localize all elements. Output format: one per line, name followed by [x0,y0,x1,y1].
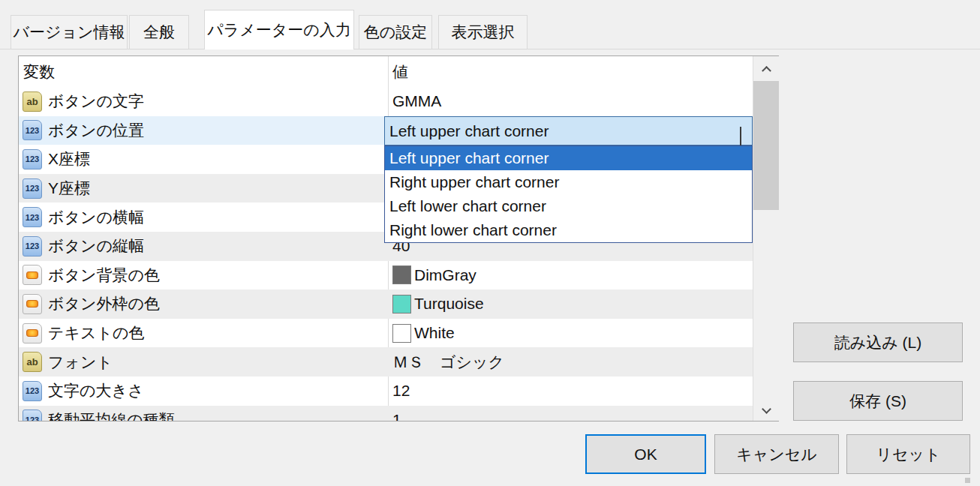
number-param-icon: 123 [23,207,42,227]
param-value[interactable]: GMMA [389,92,752,110]
param-label: X座標 [48,148,90,170]
tab-common[interactable]: 全般 [129,15,189,50]
param-value[interactable]: 12 [389,382,752,400]
param-value[interactable]: Turquoise [389,295,752,314]
color-swatch [392,324,411,343]
vertical-scrollbar[interactable] [753,56,779,421]
color-swatch [392,266,411,284]
dropdown-option[interactable]: Left upper chart corner [385,146,752,170]
tab-colors[interactable]: 色の設定 [359,15,432,50]
color-param-icon [23,294,42,314]
param-label: ボタン背景の色 [48,265,160,286]
number-param-icon: 123 [23,236,42,256]
color-param-icon [23,265,42,285]
color-blob [26,300,38,308]
number-param-icon: 123 [23,381,42,401]
param-label: ボタンの横幅 [48,207,144,228]
param-label: ボタンの縦幅 [48,236,144,256]
table-row[interactable]: ボタン外枠の色 Turquoise [19,290,778,319]
indicator-properties-dialog: バージョン情報 全般 パラメーターの入力 色の設定 表示選択 変数 値 abボタ… [0,0,980,486]
tab-visualization[interactable]: 表示選択 [438,15,528,50]
column-header-value: 値 [392,62,408,82]
color-blob [26,272,38,279]
param-label: テキストの色 [48,322,144,344]
param-value[interactable]: White [389,324,752,343]
color-name: DimGray [414,266,476,284]
param-label: ボタン外枠の色 [48,293,160,314]
ok-button[interactable]: OK [585,434,706,474]
param-label: ボタンの文字 [48,91,144,112]
reset-button[interactable]: リセット [846,434,970,474]
param-label: 移動平均線の種類 [48,410,175,422]
param-value[interactable]: DimGray [389,266,752,284]
chevron-down-icon [762,404,771,414]
table-row[interactable]: abフォント ＭＳ ゴシック [19,347,778,376]
scrollbar-thumb[interactable] [753,81,779,210]
resize-grip [965,478,970,483]
dropdown-option[interactable]: Right upper chart corner [385,170,752,194]
column-header-variable: 変数 [19,62,55,82]
combobox-value: Left upper chart corner [385,122,549,140]
chevron-down-icon[interactable] [740,127,741,145]
param-value[interactable]: ＭＳ ゴシック [389,352,752,373]
table-header-row: 変数 値 [19,56,778,87]
button-position-combobox[interactable]: Left upper chart corner [384,116,753,146]
cancel-button[interactable]: キャンセル [714,434,839,474]
color-param-icon [23,323,42,344]
dropdown-option[interactable]: Left lower chart corner [385,194,752,218]
param-label: Y座標 [48,178,90,199]
table-row[interactable]: ボタン背景の色 DimGray [19,261,778,290]
tab-parameters[interactable]: パラメーターの入力 [204,10,354,50]
table-row[interactable]: 123文字の大きさ 12 [19,376,778,406]
tab-version-info[interactable]: バージョン情報 [11,15,128,50]
load-button[interactable]: 読み込み (L) [793,322,963,362]
text-param-icon: ab [23,92,42,112]
number-param-icon: 123 [23,410,42,422]
table-row[interactable]: テキストの色 White [19,319,778,348]
table-row[interactable]: abボタンの文字 GMMA [19,87,778,116]
number-param-icon: 123 [23,149,42,170]
color-blob [26,329,38,337]
combobox-dropdown-list: Left upper chart corner Right upper char… [384,146,753,243]
scroll-down-button[interactable] [753,397,779,421]
number-param-icon: 123 [23,178,42,199]
param-label: ボタンの位置 [48,120,144,141]
param-label: フォント [48,352,113,373]
save-button[interactable]: 保存 (S) [793,381,963,421]
number-param-icon: 123 [23,120,42,140]
table-row[interactable]: 123移動平均線の種類 1 [19,406,778,422]
param-label: 文字の大きさ [48,380,143,401]
text-param-icon: ab [23,352,42,372]
color-name: Turquoise [414,295,484,313]
scroll-up-button[interactable] [753,56,779,80]
chevron-up-icon [762,65,771,75]
dropdown-option[interactable]: Right lower chart corner [385,218,752,242]
color-swatch [392,295,411,314]
color-name: White [414,324,455,342]
param-value[interactable]: 1 [389,411,752,422]
